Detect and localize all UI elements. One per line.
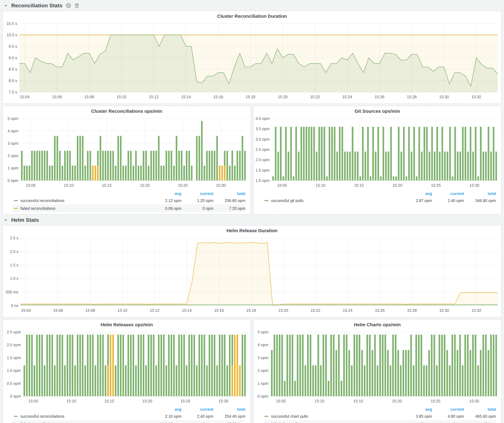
legend-value-current: 0 opm xyxy=(181,422,213,423)
svg-text:15:08: 15:08 xyxy=(85,308,95,313)
svg-text:7.5 s: 7.5 s xyxy=(9,90,17,94)
svg-text:15:16: 15:16 xyxy=(214,308,224,313)
svg-text:2 opm: 2 opm xyxy=(8,153,18,158)
svg-text:15:20: 15:20 xyxy=(393,183,402,188)
svg-text:15:30: 15:30 xyxy=(469,399,479,403)
svg-text:4 opm: 4 opm xyxy=(258,343,268,347)
helm-release-duration-chart[interactable]: 0 ns500 ms1.0 s1.5 s2.0 s2.5 s15:0415:06… xyxy=(4,234,500,317)
legend-value-current: 4.80 opm xyxy=(432,414,464,419)
cluster-reconciliations-opm-chart[interactable]: 0 opm1 opm2 opm3 opm4 opm5 opm15:0515:10… xyxy=(4,114,249,190)
legend-col-current[interactable]: current xyxy=(432,191,464,196)
svg-text:4.0 opm: 4.0 opm xyxy=(256,116,270,121)
legend-col-current[interactable]: current xyxy=(181,407,213,412)
section-header-helm-stats[interactable]: Helm Stats xyxy=(2,214,502,225)
panel-cluster-reconciliations-opm: Cluster Reconciliations ops/min 0 opm1 o… xyxy=(2,106,251,214)
panel-title: Helm Release Duration xyxy=(3,225,501,234)
series-name[interactable]: failed chart pulls xyxy=(271,422,299,423)
svg-text:15:32: 15:32 xyxy=(471,95,481,99)
svg-text:2.0 s: 2.0 s xyxy=(10,249,18,254)
legend-value-current: 0 opm xyxy=(432,422,464,423)
legend-row: successful git pulls2.87 opm2.40 opm346.… xyxy=(263,197,496,205)
legend-col-current[interactable]: current xyxy=(181,191,213,196)
legend-col-total[interactable]: total xyxy=(213,191,245,196)
helm-charts-opm-chart[interactable]: 0 opm1 opm2 opm3 opm4 opm5 opm15:0515:10… xyxy=(254,328,500,406)
legend-cluster-reconciliations: avgcurrenttotalsuccessful reconciliation… xyxy=(13,190,245,212)
legend-col-avg[interactable]: avg xyxy=(400,191,432,196)
svg-text:15:25: 15:25 xyxy=(178,183,188,188)
cluster-reconciliation-duration-chart[interactable]: 7.5 s8.0 s8.5 s9.0 s9.5 s10.0 s10.5 s15:… xyxy=(4,19,500,104)
svg-text:15:30: 15:30 xyxy=(469,183,479,188)
svg-text:15:16: 15:16 xyxy=(213,95,223,99)
svg-text:9.0 s: 9.0 s xyxy=(9,56,17,60)
git-sources-opm-chart[interactable]: 1.0 opm1.5 opm2.0 opm2.5 opm3.0 opm3.5 o… xyxy=(254,114,500,190)
legend-value-avg: 0.06 opm xyxy=(150,206,181,211)
svg-text:15:18: 15:18 xyxy=(246,308,256,313)
legend-value-total: 0 opm xyxy=(464,422,496,423)
svg-text:15:30: 15:30 xyxy=(218,399,228,403)
legend-value-total: 346.80 opm xyxy=(464,198,496,203)
legend-header: avgcurrenttotal xyxy=(13,406,245,412)
svg-text:2.5 opm: 2.5 opm xyxy=(256,147,270,152)
series-name[interactable]: successful reconciliations xyxy=(20,414,64,419)
legend-header: avgcurrenttotal xyxy=(13,190,245,197)
legend-value-avg: 2.10 opm xyxy=(150,414,181,419)
svg-text:1 opm: 1 opm xyxy=(258,381,268,386)
trash-icon[interactable] xyxy=(74,3,79,8)
legend-value-avg: 3.85 opm xyxy=(400,414,432,419)
legend-value-total: 465.60 opm xyxy=(464,414,496,419)
series-marker xyxy=(264,416,269,417)
chevron-down-icon[interactable] xyxy=(4,218,8,222)
series-marker xyxy=(264,200,269,201)
section-header-reconciliation-stats[interactable]: Reconciliation Stats xyxy=(2,0,502,11)
legend-value-current: 1.20 opm xyxy=(181,198,213,203)
svg-text:0.5 opm: 0.5 opm xyxy=(7,381,21,386)
chevron-down-icon[interactable] xyxy=(4,4,8,8)
gear-icon[interactable] xyxy=(66,3,71,8)
legend-row: failed reconciliations0.06 opm0 opm7.20 … xyxy=(13,205,245,212)
svg-text:2.5 opm: 2.5 opm xyxy=(7,330,21,334)
panel-title: Helm Charts ops/min xyxy=(253,320,501,328)
legend-value-avg: 0.13 opm xyxy=(150,422,181,423)
section-title: Reconciliation Stats xyxy=(11,2,62,9)
svg-text:8.0 s: 8.0 s xyxy=(9,78,17,83)
svg-text:1.5 s: 1.5 s xyxy=(10,263,18,267)
legend-value-avg: 0 opm xyxy=(400,422,432,423)
legend-value-avg: 2.12 opm xyxy=(150,198,181,203)
legend-col-avg[interactable]: avg xyxy=(150,191,181,196)
svg-text:0 opm: 0 opm xyxy=(8,178,18,183)
svg-text:15:30: 15:30 xyxy=(439,308,449,313)
svg-text:15:30: 15:30 xyxy=(439,95,449,99)
panel-title: Cluster Reconciliation Duration xyxy=(3,11,501,19)
svg-text:2.0 opm: 2.0 opm xyxy=(256,158,270,162)
legend-value-total: 7.20 opm xyxy=(213,206,245,211)
legend-col-avg[interactable]: avg xyxy=(150,407,181,412)
series-name[interactable]: successful chart pulls xyxy=(271,414,308,419)
series-name[interactable]: successful git pulls xyxy=(271,198,303,203)
legend-value-current: 0 opm xyxy=(181,206,213,211)
legend-row: failed chart pulls0 opm0 opm0 opm xyxy=(263,420,496,423)
legend-col-avg[interactable]: avg xyxy=(400,407,432,412)
series-name[interactable]: successful reconciliations xyxy=(20,198,64,203)
svg-text:15:22: 15:22 xyxy=(311,308,320,313)
legend-col-total[interactable]: total xyxy=(464,407,496,412)
svg-text:15:30: 15:30 xyxy=(216,183,226,188)
legend-row: successful reconciliations2.12 opm1.20 o… xyxy=(13,197,245,205)
panel-title: Cluster Reconciliations ops/min xyxy=(3,106,251,114)
panel-title: Git Sources ops/min xyxy=(253,106,501,114)
series-marker xyxy=(14,200,18,201)
svg-text:15:20: 15:20 xyxy=(140,183,150,188)
svg-text:15:06: 15:06 xyxy=(52,95,62,99)
svg-text:15:15: 15:15 xyxy=(354,183,364,188)
legend-col-total[interactable]: total xyxy=(213,407,245,412)
legend-col-total[interactable]: total xyxy=(464,191,496,196)
legend-helm-releases: avgcurrenttotalsuccessful reconciliation… xyxy=(13,406,245,423)
series-name[interactable]: failed reconciliations xyxy=(20,206,55,211)
series-name[interactable]: failed reconciliations xyxy=(20,422,55,423)
legend-col-current[interactable]: current xyxy=(432,407,464,412)
svg-text:2.0 opm: 2.0 opm xyxy=(7,343,21,347)
svg-text:15:06: 15:06 xyxy=(53,308,63,313)
legend-value-total: 15.60 opm xyxy=(213,422,245,423)
section-title: Helm Stats xyxy=(11,217,39,223)
helm-releases-opm-chart[interactable]: 0 opm0.5 opm1.0 opm1.5 opm2.0 opm2.5 opm… xyxy=(4,328,249,406)
legend-value-total: 254.40 opm xyxy=(213,414,245,419)
